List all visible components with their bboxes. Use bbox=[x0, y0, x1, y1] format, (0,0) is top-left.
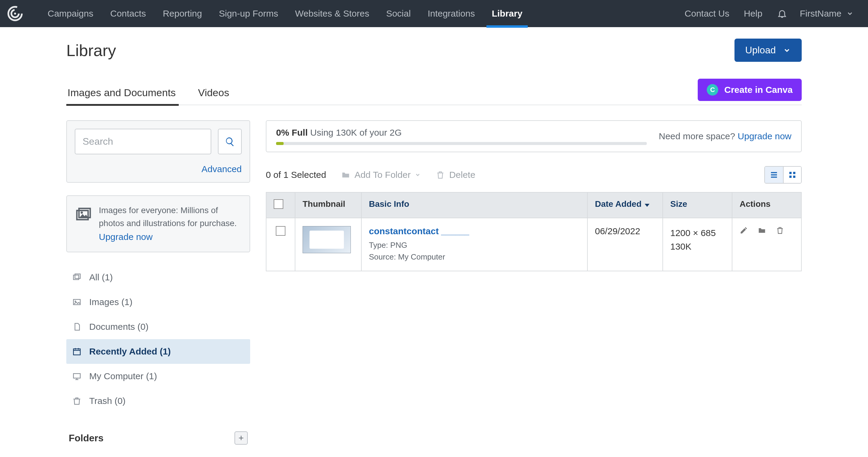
canva-badge-icon: C bbox=[707, 84, 718, 96]
photo-stack-icon bbox=[75, 206, 92, 222]
folder-recently-added[interactable]: Recently Added (1) bbox=[66, 339, 250, 364]
svg-point-2 bbox=[14, 13, 16, 15]
storage-upgrade-prompt: Need more space? Upgrade now bbox=[659, 131, 792, 142]
add-folder-button[interactable]: + bbox=[235, 431, 248, 445]
create-in-canva-button[interactable]: C Create in Canva bbox=[698, 79, 802, 101]
nav-contacts[interactable]: Contacts bbox=[102, 0, 154, 27]
file-name-suffix: ______ bbox=[441, 227, 469, 236]
primary-nav: Campaigns Contacts Reporting Sign-up For… bbox=[39, 0, 531, 27]
col-header-actions: Actions bbox=[732, 192, 801, 218]
nav-reporting[interactable]: Reporting bbox=[154, 0, 210, 27]
file-toolbar: 0 of 1 Selected Add To Folder Delete bbox=[266, 166, 802, 184]
folder-trash[interactable]: Trash (0) bbox=[66, 389, 250, 413]
search-panel: Advanced bbox=[66, 120, 250, 183]
add-to-folder-button[interactable]: Add To Folder bbox=[341, 170, 421, 180]
folder-label: Recently Added (1) bbox=[89, 346, 171, 357]
nav-signup-forms[interactable]: Sign-up Forms bbox=[210, 0, 287, 27]
upload-button[interactable]: Upload bbox=[735, 38, 802, 62]
file-date: 06/29/2022 bbox=[595, 226, 640, 236]
search-button[interactable] bbox=[218, 129, 242, 154]
file-type: Type: PNG bbox=[369, 239, 580, 251]
svg-rect-12 bbox=[789, 172, 792, 174]
upload-button-label: Upload bbox=[745, 44, 776, 56]
sort-desc-icon bbox=[645, 204, 650, 207]
svg-rect-7 bbox=[75, 274, 81, 278]
delete-label: Delete bbox=[449, 170, 475, 180]
table-row: constantcontact ______ Type: PNG Source:… bbox=[266, 218, 801, 271]
svg-rect-10 bbox=[73, 349, 81, 355]
folder-images[interactable]: Images (1) bbox=[66, 290, 250, 314]
storage-panel: 0% Full Using 130K of your 2G Need more … bbox=[266, 120, 802, 152]
stack-icon bbox=[72, 273, 82, 282]
brand-logo[interactable] bbox=[6, 4, 24, 23]
canva-button-label: Create in Canva bbox=[724, 85, 793, 95]
svg-rect-14 bbox=[789, 176, 792, 178]
folder-label: Images (1) bbox=[89, 297, 132, 307]
storage-progress-fill bbox=[276, 142, 284, 145]
col-header-basic-info[interactable]: Basic Info bbox=[361, 192, 587, 218]
selection-count: 0 of 1 Selected bbox=[266, 170, 326, 180]
images-icon bbox=[72, 298, 82, 307]
svg-point-5 bbox=[81, 212, 83, 214]
folder-label: Trash (0) bbox=[89, 396, 126, 406]
nav-integrations[interactable]: Integrations bbox=[419, 0, 484, 27]
nav-library[interactable]: Library bbox=[484, 0, 531, 27]
folder-all[interactable]: All (1) bbox=[66, 265, 250, 290]
document-icon bbox=[72, 322, 82, 331]
folder-label: Documents (0) bbox=[89, 322, 149, 332]
chevron-down-icon bbox=[783, 47, 791, 54]
nav-contact-us[interactable]: Contact Us bbox=[678, 0, 737, 27]
edit-icon[interactable] bbox=[740, 226, 748, 235]
storage-progress-bar bbox=[276, 142, 647, 145]
user-menu[interactable]: FirstName bbox=[795, 8, 859, 19]
col-header-date-added[interactable]: Date Added bbox=[587, 192, 663, 218]
nav-help[interactable]: Help bbox=[737, 0, 770, 27]
folder-list: All (1) Images (1) Documents (0) Recentl… bbox=[66, 265, 250, 413]
promo-upgrade-link[interactable]: Upgrade now bbox=[99, 232, 153, 242]
grid-icon bbox=[788, 170, 797, 179]
view-toggle bbox=[764, 166, 802, 184]
col-header-thumbnail: Thumbnail bbox=[295, 192, 361, 218]
top-nav: Campaigns Contacts Reporting Sign-up For… bbox=[0, 0, 868, 27]
trash-icon bbox=[436, 170, 445, 179]
grid-view-button[interactable] bbox=[783, 167, 801, 183]
add-to-folder-label: Add To Folder bbox=[354, 170, 410, 180]
page-title: Library bbox=[66, 41, 116, 60]
page-header: Library Upload bbox=[66, 38, 802, 62]
file-thumbnail[interactable] bbox=[303, 226, 351, 253]
svg-rect-15 bbox=[793, 176, 796, 178]
advanced-search-link[interactable]: Advanced bbox=[202, 164, 242, 174]
file-table: Thumbnail Basic Info Date Added Size Act… bbox=[266, 192, 802, 271]
row-checkbox[interactable] bbox=[276, 226, 285, 236]
svg-rect-13 bbox=[793, 172, 796, 174]
delete-icon[interactable] bbox=[776, 226, 784, 235]
move-to-folder-icon[interactable] bbox=[758, 226, 766, 235]
folders-heading: Folders bbox=[69, 433, 104, 444]
select-all-checkbox[interactable] bbox=[274, 199, 283, 209]
logo-icon bbox=[7, 5, 24, 22]
nav-notifications[interactable] bbox=[770, 0, 795, 27]
storage-upgrade-link[interactable]: Upgrade now bbox=[738, 131, 792, 141]
col-header-size[interactable]: Size bbox=[663, 192, 732, 218]
tab-images-documents[interactable]: Images and Documents bbox=[66, 87, 179, 104]
list-view-button[interactable] bbox=[765, 167, 783, 183]
search-input[interactable] bbox=[75, 129, 211, 154]
folder-my-computer[interactable]: My Computer (1) bbox=[66, 364, 250, 389]
folder-documents[interactable]: Documents (0) bbox=[66, 314, 250, 339]
nav-websites-stores[interactable]: Websites & Stores bbox=[287, 0, 378, 27]
search-icon bbox=[225, 136, 235, 147]
folder-label: All (1) bbox=[89, 272, 113, 282]
tab-videos[interactable]: Videos bbox=[197, 87, 232, 104]
upgrade-promo-panel: Images for everyone: Millions of photos … bbox=[66, 195, 250, 252]
col-header-select bbox=[266, 192, 295, 218]
nav-social[interactable]: Social bbox=[378, 0, 419, 27]
nav-campaigns[interactable]: Campaigns bbox=[39, 0, 102, 27]
tabs-row: Images and Documents Videos C Create in … bbox=[66, 79, 802, 105]
main-content: 0% Full Using 130K of your 2G Need more … bbox=[266, 120, 802, 271]
delete-button[interactable]: Delete bbox=[436, 170, 475, 180]
secondary-nav: Contact Us Help FirstName bbox=[678, 0, 859, 27]
folder-icon bbox=[341, 170, 350, 179]
file-source: Source: My Computer bbox=[369, 251, 580, 263]
file-name-link[interactable]: constantcontact bbox=[369, 226, 439, 236]
storage-usage-text: 0% Full Using 130K of your 2G bbox=[276, 127, 647, 138]
